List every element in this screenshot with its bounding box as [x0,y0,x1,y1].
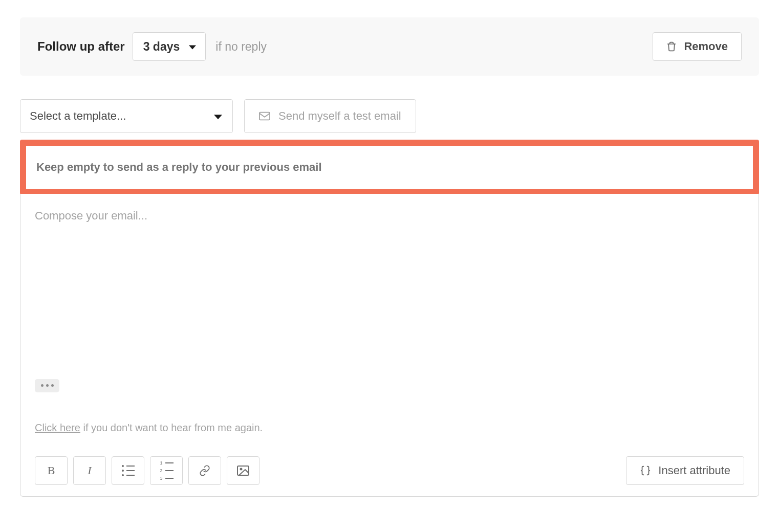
template-select-placeholder: Select a template... [30,109,126,123]
braces-icon [640,465,651,476]
subject-input[interactable] [35,160,744,174]
remove-button-label: Remove [684,40,728,53]
email-body-placeholder: Compose your email... [35,209,147,222]
numbered-list-icon: 1 2 3 [160,460,174,481]
send-test-email-button[interactable]: Send myself a test email [244,99,416,133]
bullet-list-icon [122,465,135,476]
envelope-icon [259,112,270,121]
link-icon [199,465,210,476]
image-button[interactable] [227,456,259,485]
svg-rect-1 [237,466,249,475]
italic-button[interactable]: I [73,456,106,485]
svg-point-2 [241,468,242,470]
template-select[interactable]: Select a template... [20,99,233,133]
toolbar-left: B I 1 2 3 [35,456,259,485]
subject-field-highlight [20,140,759,195]
unsubscribe-rest: if you don't want to hear from me again. [80,422,263,433]
editor-toolbar: B I 1 2 3 [35,456,744,485]
remove-step-button[interactable]: Remove [653,32,742,61]
insert-attribute-label: Insert attribute [658,464,730,477]
insert-attribute-button[interactable]: Insert attribute [626,456,744,485]
followup-header: Follow up after 3 days if no reply Remov… [20,17,759,76]
unsubscribe-link[interactable]: Click here [35,422,80,433]
send-test-email-label: Send myself a test email [278,109,401,123]
collapsed-quote-indicator[interactable] [35,379,59,392]
days-select[interactable]: 3 days [133,32,206,61]
email-body-editor[interactable]: Compose your email... [35,209,744,378]
link-button[interactable] [188,456,221,485]
trash-icon [666,41,677,52]
bullet-list-button[interactable] [112,456,144,485]
svg-rect-0 [259,113,270,120]
noreply-suffix: if no reply [215,40,267,54]
followup-step-panel: Follow up after 3 days if no reply Remov… [0,0,779,532]
bold-button[interactable]: B [35,456,68,485]
image-icon [237,465,249,476]
numbered-list-button[interactable]: 1 2 3 [150,456,183,485]
followup-header-left: Follow up after 3 days if no reply [37,32,267,61]
followup-label: Follow up after [37,39,125,54]
email-editor-panel: Compose your email... Click here if you … [20,194,759,497]
unsubscribe-line: Click here if you don't want to hear fro… [35,422,744,434]
template-row: Select a template... Send myself a test … [20,99,759,133]
days-select-value: 3 days [143,40,180,54]
